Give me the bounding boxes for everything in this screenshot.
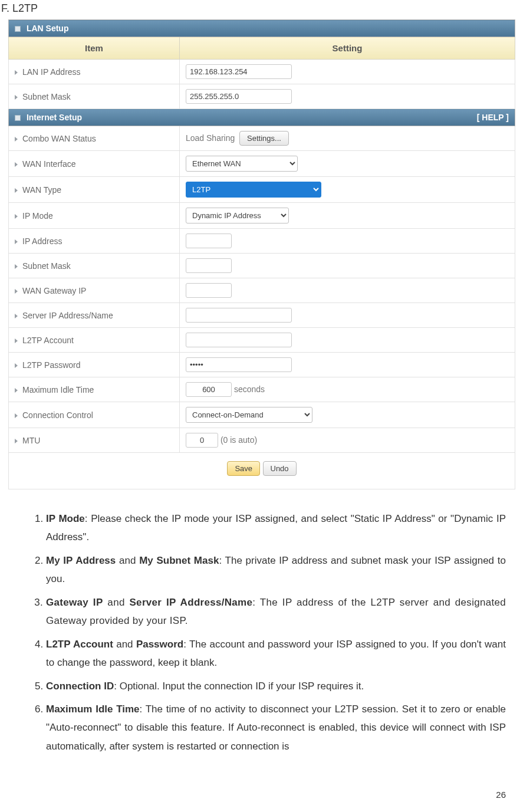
ip-mode-select[interactable]: Dynamic IP Address (186, 208, 289, 223)
lan-subnet-input[interactable] (186, 89, 292, 104)
note-1: IP Mode: Please check the IP mode your I… (46, 509, 506, 547)
header-setting: Setting (180, 37, 515, 60)
undo-button[interactable]: Undo (263, 461, 297, 476)
server-ip-input[interactable] (186, 308, 292, 323)
ip-address-label: IP Address (22, 236, 62, 246)
wan-type-select[interactable]: L2TP (186, 182, 321, 198)
wan-gateway-input[interactable] (186, 283, 232, 298)
mtu-suffix: (0 is auto) (220, 435, 257, 445)
l2tp-account-input[interactable] (186, 333, 292, 347)
lan-setup-banner: LAN Setup (9, 20, 515, 37)
l2tp-account-label: L2TP Account (22, 336, 74, 345)
conn-ctrl-label: Connection Control (22, 410, 93, 420)
caret-icon (15, 70, 18, 75)
caret-icon (15, 289, 18, 294)
note-6: Maximum Idle Time: The time of no activi… (46, 700, 506, 755)
lan-subnet-label: Subnet Mask (22, 92, 71, 101)
caret-icon (15, 137, 18, 142)
combo-wan-text: Load Sharing (186, 133, 235, 143)
caret-icon (15, 95, 18, 100)
caret-icon (15, 239, 18, 244)
server-ip-label: Server IP Address/Name (22, 311, 113, 320)
note-2: My IP Address and My Subnet Mask: The pr… (46, 551, 506, 589)
caret-icon (15, 214, 18, 219)
l2tp-password-label: L2TP Password (22, 360, 81, 370)
lan-ip-input[interactable] (186, 64, 292, 79)
wan-interface-label: WAN Interface (22, 159, 76, 169)
panel-icon (15, 26, 21, 32)
mtu-label: MTU (22, 436, 40, 445)
config-table: LAN Setup Item Setting LAN IP Address Su… (8, 19, 515, 489)
caret-icon (15, 338, 18, 343)
note-3: Gateway IP and Server IP Address/Name: T… (46, 593, 506, 630)
l2tp-password-input[interactable] (186, 357, 292, 372)
note-4: L2TP Account and Password: The account a… (46, 635, 506, 672)
ip-mode-label: IP Mode (22, 211, 53, 221)
max-idle-label: Maximum Idle Time (22, 385, 94, 395)
lan-setup-title: LAN Setup (27, 24, 69, 33)
note-5: Connection ID: Optional. Input the conne… (46, 677, 506, 695)
ip-address-input[interactable] (186, 234, 232, 248)
max-idle-suffix: seconds (234, 384, 265, 394)
mtu-input[interactable] (186, 433, 218, 448)
caret-icon (15, 264, 18, 269)
help-link[interactable]: [ HELP ] (477, 113, 509, 122)
caret-icon (15, 413, 18, 418)
caret-icon (15, 162, 18, 167)
max-idle-input[interactable] (186, 382, 232, 397)
subnet-mask-input[interactable] (186, 258, 232, 273)
section-heading: F. L2TP (0, 0, 516, 19)
internet-setup-title: Internet Setup (27, 113, 82, 122)
wan-interface-select[interactable]: Ethernet WAN (186, 156, 298, 172)
wan-gateway-label: WAN Gateway IP (22, 286, 86, 295)
caret-icon (15, 388, 18, 393)
page-number: 26 (0, 766, 516, 804)
settings-button[interactable]: Settings... (239, 131, 289, 146)
panel-icon (15, 115, 21, 121)
save-button[interactable]: Save (227, 461, 260, 476)
caret-icon (15, 439, 18, 443)
header-item: Item (9, 37, 180, 60)
lan-ip-label: LAN IP Address (22, 67, 81, 77)
internet-setup-banner: Internet Setup [ HELP ] (9, 109, 515, 126)
wan-type-label: WAN Type (22, 185, 61, 195)
caret-icon (15, 188, 18, 193)
combo-wan-label: Combo WAN Status (22, 134, 96, 143)
conn-ctrl-select[interactable]: Connect-on-Demand (186, 407, 312, 423)
subnet-mask-label: Subnet Mask (22, 261, 71, 271)
notes-section: IP Mode: Please check the IP mode your I… (0, 489, 516, 766)
caret-icon (15, 363, 18, 368)
caret-icon (15, 314, 18, 318)
